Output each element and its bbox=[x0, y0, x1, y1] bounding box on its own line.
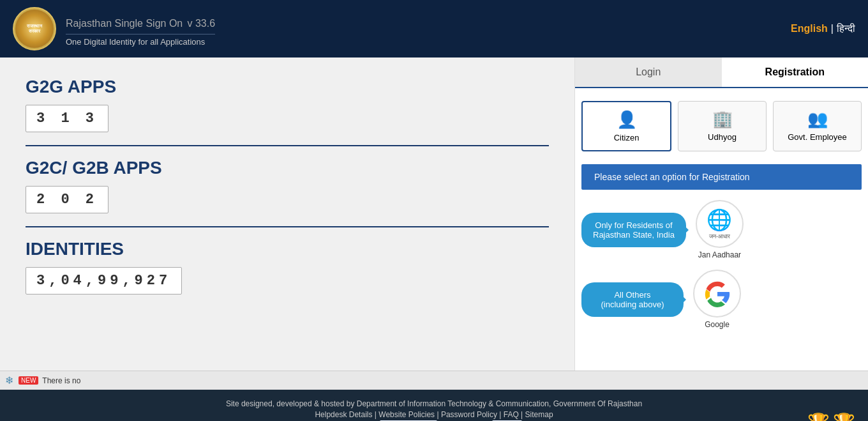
password-policy-link[interactable]: Password Policy bbox=[441, 410, 497, 419]
g2g-title: G2G APPS bbox=[26, 77, 549, 97]
jan-aadhaar-wrapper: 🌐 जन-आधार Jan Aadhaar bbox=[696, 200, 744, 259]
jan-aadhaar-option: Only for Residents ofRajasthan State, In… bbox=[581, 200, 862, 259]
trophy-icons: 🏆 🏆 bbox=[807, 412, 855, 421]
jan-aadhaar-bubble: Only for Residents ofRajasthan State, In… bbox=[581, 213, 686, 247]
tab-login[interactable]: Login bbox=[575, 57, 722, 87]
faq-link[interactable]: FAQ bbox=[504, 410, 519, 419]
helpdesk-link[interactable]: Helpdesk Details bbox=[315, 410, 372, 419]
footer-links: Helpdesk Details | Website Policies | Pa… bbox=[13, 410, 855, 419]
logo-circle: राजस्थानसरकार bbox=[13, 7, 56, 50]
sitemap-link[interactable]: Sitemap bbox=[525, 410, 553, 419]
g2g-section: G2G APPS 3 1 3 bbox=[26, 77, 549, 132]
identities-count: 3,04,99,927 bbox=[36, 273, 171, 289]
citizen-icon: 👤 bbox=[588, 110, 665, 130]
google-button[interactable] bbox=[693, 270, 741, 318]
right-panel: Login Registration 👤 Citizen 🏢 Udhyog 👥 … bbox=[574, 57, 868, 371]
hindi-lang-button[interactable]: हिन्दी bbox=[837, 23, 855, 34]
main-content: G2G APPS 3 1 3 G2C/ G2B APPS 2 0 2 IDENT… bbox=[0, 57, 868, 371]
g2c-count: 2 0 2 bbox=[36, 192, 98, 208]
trophy-icon-2: 🏆 bbox=[833, 412, 855, 421]
login-type-selector: 👤 Citizen 🏢 Udhyog 👥 Govt. Employee bbox=[575, 88, 868, 158]
subtitle-text: One Digital Identity for all Application… bbox=[66, 34, 215, 47]
website-policies-link[interactable]: Website Policies bbox=[378, 410, 435, 419]
header-title: Rajasthan Single Sign On v 33.6 One Digi… bbox=[66, 11, 215, 47]
ticker-new-badge: NEW bbox=[19, 376, 38, 385]
govt-employee-icon: 👥 bbox=[779, 109, 856, 129]
google-bubble: All Others(including above) bbox=[581, 282, 684, 317]
divider-2 bbox=[26, 226, 549, 227]
trophy-icon-1: 🏆 bbox=[807, 412, 830, 421]
udhyog-icon: 🏢 bbox=[684, 109, 761, 129]
version-text: v 33.6 bbox=[187, 18, 215, 29]
g2g-count: 3 1 3 bbox=[36, 111, 98, 126]
logo-inner: राजस्थानसरकार bbox=[15, 10, 54, 48]
google-option: All Others(including above) Google bbox=[581, 270, 862, 329]
header-left: राजस्थानसरकार Rajasthan Single Sign On v… bbox=[13, 7, 215, 50]
ticker-bar: ❄ NEW There is no bbox=[0, 371, 868, 390]
ticker-text: There is no bbox=[42, 376, 80, 385]
g2g-count-box: 3 1 3 bbox=[26, 105, 108, 132]
g2c-section: G2C/ G2B APPS 2 0 2 bbox=[26, 158, 549, 213]
registration-prompt: Please select an option for Registration bbox=[581, 164, 862, 190]
govt-employee-button[interactable]: 👥 Govt. Employee bbox=[773, 101, 862, 151]
app-title: Rajasthan Single Sign On v 33.6 bbox=[66, 11, 215, 31]
footer-line1: Site designed, developed & hosted by Dep… bbox=[13, 399, 855, 408]
english-lang-button[interactable]: English bbox=[791, 23, 828, 34]
govt-employee-label: Govt. Employee bbox=[788, 132, 847, 142]
identities-section: IDENTITIES 3,04,99,927 bbox=[26, 239, 549, 295]
citizen-button[interactable]: 👤 Citizen bbox=[581, 101, 671, 151]
udhyog-button[interactable]: 🏢 Udhyog bbox=[678, 101, 767, 151]
language-selector: English | हिन्दी bbox=[791, 23, 855, 34]
lang-separator: | bbox=[831, 23, 834, 34]
google-label: Google bbox=[705, 320, 730, 329]
g2c-title: G2C/ G2B APPS bbox=[26, 158, 549, 178]
header: राजस्थानसरकार Rajasthan Single Sign On v… bbox=[0, 0, 868, 57]
jan-aadhaar-label: Jan Aadhaar bbox=[698, 250, 741, 259]
left-panel: G2G APPS 3 1 3 G2C/ G2B APPS 2 0 2 IDENT… bbox=[0, 57, 574, 371]
g2c-count-box: 2 0 2 bbox=[26, 186, 108, 213]
identities-title: IDENTITIES bbox=[26, 239, 549, 259]
title-text: Rajasthan Single Sign On bbox=[66, 18, 183, 29]
identities-count-box: 3,04,99,927 bbox=[26, 267, 182, 295]
citizen-label: Citizen bbox=[614, 133, 640, 142]
jan-aadhaar-hindi: जन-आधार bbox=[709, 233, 730, 240]
udhyog-label: Udhyog bbox=[708, 132, 737, 142]
jan-aadhaar-icon: 🌐 bbox=[707, 208, 732, 232]
tab-registration[interactable]: Registration bbox=[722, 57, 869, 87]
google-wrapper: Google bbox=[693, 270, 741, 329]
google-logo-svg bbox=[704, 280, 731, 307]
footer: Site designed, developed & hosted by Dep… bbox=[0, 390, 868, 421]
auth-tabs: Login Registration bbox=[575, 57, 868, 88]
divider-1 bbox=[26, 145, 549, 146]
ticker-icon: ❄ bbox=[5, 374, 13, 387]
jan-aadhaar-button[interactable]: 🌐 जन-आधार bbox=[696, 200, 744, 248]
